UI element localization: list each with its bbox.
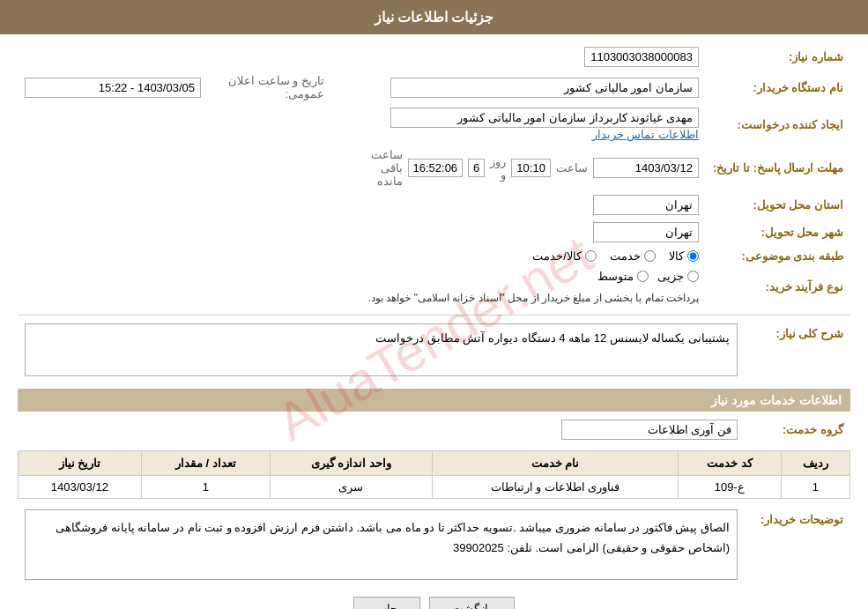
category-label: طبقه بندی موضوعی: [706, 246, 850, 266]
deadline-date: 1403/03/12 [593, 158, 699, 178]
need-desc-value: پشتیبانی یکساله لایسنس 12 ماهه 4 دستگاه … [25, 323, 738, 376]
services-table: ردیف کد خدمت نام خدمت واحد اندازه گیری ت… [18, 450, 850, 499]
table-row: 1 ع-109 فناوری اطلاعات و ارتباطات سری 1 … [19, 476, 850, 499]
main-content: AluaTender.net شماره نیاز: 1103003038000… [0, 34, 868, 609]
creator-contact-link[interactable]: اطلاعات تماس خریدار [592, 128, 699, 141]
radio-service[interactable]: خدمت [610, 249, 656, 263]
purchase-type-row: جزیی متوسط پرداخت تمام یا بخشی از مبلغ خ… [365, 270, 699, 304]
col-date: تاریخ نیاز [19, 451, 142, 476]
buyer-org-label: نام دستگاه خریدار: [706, 71, 850, 104]
col-name: نام خدمت [433, 451, 679, 476]
deadline-row: 1403/03/12 ساعت 10:10 روز و 6 16:52:06 س… [365, 148, 699, 188]
cell-quantity: 1 [141, 476, 270, 499]
need-number-label: شماره نیاز: [706, 43, 850, 71]
buyer-notes-value: الصاق پیش فاکتور در سامانه ضروری میباشد … [25, 509, 738, 580]
cell-name: فناوری اطلاعات و ارتباطات [433, 476, 679, 499]
purchase-note: پرداخت تمام یا بخشی از مبلغ خریدار از مح… [368, 292, 699, 304]
city-value: تهران [593, 222, 699, 242]
announce-label: تاریخ و ساعت اعلان عمومی: [228, 74, 324, 100]
service-group-label: گروه خدمت: [745, 416, 850, 443]
deadline-day-label: روز و [490, 155, 506, 182]
print-button[interactable]: چاپ [353, 597, 420, 609]
category-radio-group: کالا خدمت کالا/خدمت [365, 249, 699, 263]
col-unit: واحد اندازه گیری [270, 451, 432, 476]
city-label: شهر محل تحویل: [706, 219, 850, 246]
province-label: استان محل تحویل: [706, 191, 850, 219]
page-header: جزئیات اطلاعات نیاز [0, 0, 868, 34]
purchase-type-label: نوع فرآیند خرید: [706, 266, 850, 308]
buyer-notes-table: توضیحات خریدار: الصاق پیش فاکتور در ساما… [18, 506, 850, 583]
deadline-remaining-label: ساعت باقی مانده [365, 148, 403, 188]
deadline-remaining: 16:52:06 [408, 159, 464, 177]
back-button[interactable]: بازگشت [429, 597, 515, 609]
need-number-value: 1103003038000083 [584, 47, 699, 67]
deadline-days: 6 [468, 159, 485, 177]
deadline-time-label: ساعت [556, 161, 588, 175]
buyer-org-value: سازمان امور مالیاتی کشور [390, 78, 699, 98]
col-row: ردیف [781, 451, 849, 476]
col-quantity: تعداد / مقدار [141, 451, 270, 476]
radio-partial[interactable]: جزیی [657, 270, 699, 283]
radio-goods-service[interactable]: کالا/خدمت [532, 249, 597, 263]
cell-code: ع-109 [678, 476, 781, 499]
radio-goods[interactable]: کالا [669, 249, 699, 263]
creator-label: ایجاد کننده درخواست: [706, 104, 850, 145]
deadline-label: مهلت ارسال پاسخ: تا تاریخ: [706, 145, 850, 191]
need-desc-label: شرح کلی نیاز: [745, 320, 850, 380]
basic-info-table: شماره نیاز: 1103003038000083 نام دستگاه … [18, 43, 850, 308]
cell-row: 1 [781, 476, 849, 499]
buyer-notes-label: توضیحات خریدار: [745, 506, 850, 583]
province-value: تهران [593, 195, 699, 215]
service-group-table: گروه خدمت: فن آوری اطلاعات [18, 416, 850, 443]
announce-value: 1403/03/05 - 15:22 [25, 78, 201, 98]
page-title: جزئیات اطلاعات نیاز [375, 10, 494, 25]
cell-unit: سری [270, 476, 432, 499]
need-desc-table: شرح کلی نیاز: پشتیبانی یکساله لایسنس 12 … [18, 320, 850, 380]
radio-medium[interactable]: متوسط [597, 270, 649, 283]
creator-value: مهدی غیاثوند کاربرداز سازمان امور مالیات… [390, 108, 699, 128]
buttons-row: بازگشت چاپ [18, 597, 850, 609]
deadline-time: 10:10 [511, 159, 551, 177]
col-code: کد خدمت [678, 451, 781, 476]
services-section-title: اطلاعات خدمات مورد نیاز [18, 389, 850, 412]
page-wrapper: جزئیات اطلاعات نیاز AluaTender.net شماره… [0, 0, 868, 609]
service-group-value: فن آوری اطلاعات [561, 420, 738, 440]
cell-date: 1403/03/12 [19, 476, 142, 499]
